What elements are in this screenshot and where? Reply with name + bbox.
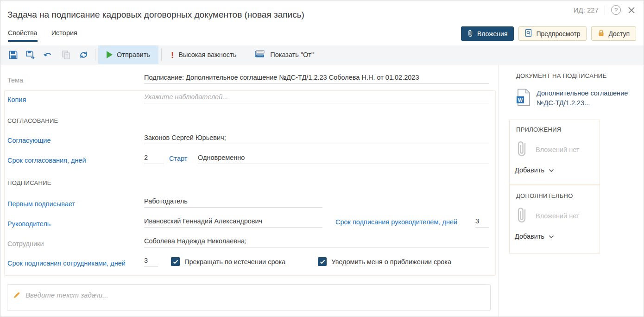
subject-input[interactable]: Подписание: Дополнительное соглашение №Д… <box>144 74 489 84</box>
manager-days-input[interactable]: 3 <box>475 217 489 228</box>
subject-label: Тема <box>7 76 144 84</box>
manager-row: Руководитель Ивановский Геннадий Алексан… <box>7 217 489 228</box>
chevron-down-icon <box>549 166 554 174</box>
paperclip-icon <box>467 29 474 38</box>
attachments-add-button[interactable]: Добавить <box>515 166 554 174</box>
document-name: Дополнительное соглашение №ДС-ТД/1.2.23.… <box>537 89 628 108</box>
paperclip-large-icon <box>516 139 528 160</box>
copy-row: Копия Укажите наблюдателей... <box>7 93 489 103</box>
document-link[interactable]: W Дополнительное соглашение №ДС-ТД/1.2.2… <box>516 89 628 108</box>
save-icon[interactable] <box>4 45 22 64</box>
employees-input[interactable]: Соболева Надежда Николаевна; <box>144 237 489 247</box>
access-button[interactable]: Доступ <box>591 26 636 41</box>
approvers-row: Согласующие Законов Сергей Юрьевич; <box>7 134 489 144</box>
refresh-icon[interactable] <box>75 45 92 64</box>
signing-section-heading: ПОДПИСАНИЕ <box>7 179 51 186</box>
terminate-checkbox[interactable] <box>171 257 180 266</box>
task-text-input[interactable]: Введите текст задачи... <box>7 284 491 311</box>
toolbar-separator <box>95 49 95 61</box>
tab-bar: Свойства История <box>8 29 77 42</box>
first-signs-input[interactable]: Работодатель <box>144 197 322 208</box>
approvers-label[interactable]: Согласующие <box>7 137 144 144</box>
subject-row: Тема Подписание: Дополнительное соглашен… <box>7 74 489 84</box>
approval-days-input[interactable]: 2 <box>144 154 164 164</box>
show-from-button[interactable]: Показать "От" <box>248 45 320 64</box>
paperclip-large-icon-2 <box>516 206 528 226</box>
task-window: Задача на подписание кадровых договорных… <box>0 0 644 317</box>
notify-checkbox[interactable] <box>318 257 327 266</box>
employees-row: Сотрудники Соболева Надежда Николаевна; <box>7 237 489 247</box>
document-section-heading: ДОКУМЕНТ НА ПОДПИСАНИЕ <box>516 72 606 79</box>
task-text-placeholder: Введите текст задачи... <box>25 291 108 299</box>
tab-history[interactable]: История <box>51 29 77 42</box>
additional-add-button[interactable]: Добавить <box>515 233 554 240</box>
approval-section-heading: СОГЛАСОВАНИЕ <box>7 117 58 124</box>
preview-icon <box>525 29 532 38</box>
toolbar-separator-2 <box>161 49 162 61</box>
approval-days-row: Срок согласования, дней 2 Старт Одноврем… <box>7 154 489 164</box>
employee-days-label[interactable]: Срок подписания сотрудниками, дней <box>7 260 144 267</box>
copy-label[interactable]: Копия <box>7 96 144 103</box>
approvers-input[interactable]: Законов Сергей Юрьевич; <box>144 134 489 144</box>
attachments-section-heading: ПРИЛОЖЕНИЯ <box>516 126 562 133</box>
record-id: ИД: 227 <box>574 6 599 14</box>
attachments-button[interactable]: Вложения <box>461 26 514 41</box>
employee-days-row: Срок подписания сотрудниками, дней 3 Пре… <box>7 257 489 267</box>
start-input[interactable]: Одновременно <box>198 154 489 164</box>
manager-input[interactable]: Ивановский Геннадий Александрович <box>144 217 322 228</box>
header-divider <box>605 6 605 15</box>
sidebar-divider <box>499 65 499 317</box>
copy-input[interactable]: Укажите наблюдателей... <box>144 93 489 103</box>
toolbar: Отправить ! Высокая важность Показать "О… <box>0 45 644 64</box>
high-importance-button[interactable]: ! Высокая важность <box>164 45 243 64</box>
additional-empty: Вложений нет <box>516 206 579 226</box>
employee-days-input[interactable]: 3 <box>144 257 158 267</box>
save-and-new-icon[interactable] <box>22 45 39 64</box>
employees-label: Сотрудники <box>7 240 144 247</box>
word-document-icon: W <box>516 89 530 108</box>
help-icon[interactable]: ? <box>611 5 621 15</box>
top-actions: Вложения Предпросмотр Доступ <box>461 26 636 41</box>
tab-properties[interactable]: Свойства <box>8 29 38 42</box>
notify-checkbox-label[interactable]: Уведомить меня о приближении срока <box>331 258 451 266</box>
close-icon[interactable] <box>627 6 636 15</box>
undo-icon[interactable] <box>39 45 57 64</box>
page-title: Задача на подписание кадровых договорных… <box>7 10 304 20</box>
first-signs-row: Первым подписывает Работодатель <box>7 197 489 208</box>
lock-icon <box>598 29 605 38</box>
send-button[interactable]: Отправить <box>98 45 158 64</box>
exclamation-icon: ! <box>171 51 174 59</box>
svg-text:W: W <box>518 97 523 103</box>
start-label[interactable]: Старт <box>169 155 198 164</box>
header-controls: ИД: 227 ? <box>574 5 636 15</box>
terminate-checkbox-label[interactable]: Прекращать по истечении срока <box>184 258 285 266</box>
attachments-empty: Вложений нет <box>516 139 579 160</box>
first-signs-label[interactable]: Первым подписывает <box>7 200 144 208</box>
pencil-icon <box>13 291 21 300</box>
show-from-icon <box>255 50 265 60</box>
preview-button[interactable]: Предпросмотр <box>518 26 587 41</box>
additional-section-heading: ДОПОЛНИТЕЛЬНО <box>516 192 573 199</box>
form-card <box>4 90 496 276</box>
copy-icon[interactable] <box>57 45 75 64</box>
approval-days-label[interactable]: Срок согласования, дней <box>7 157 144 164</box>
manager-days-label[interactable]: Срок подписания руководителем, дней <box>335 218 475 228</box>
manager-label[interactable]: Руководитель <box>7 220 144 228</box>
chevron-down-icon-2 <box>549 233 554 240</box>
play-icon <box>107 51 113 58</box>
